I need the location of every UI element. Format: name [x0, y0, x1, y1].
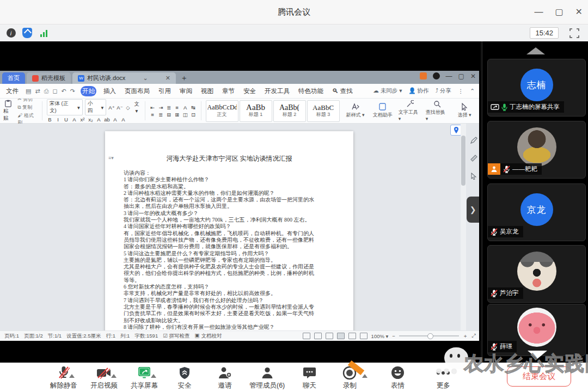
participant-tile[interactable]: ——耙耙	[487, 121, 586, 179]
font-format-button[interactable]: x₂	[88, 117, 94, 122]
paragraph-tool-icon[interactable]: ⊞	[174, 112, 180, 118]
proofread-toggle[interactable]: ▣ 文档校对	[194, 333, 222, 340]
view-ink-icon[interactable]	[326, 333, 333, 339]
wps-maximize-button[interactable]: ▢	[458, 73, 464, 79]
paragraph-tool-icon[interactable]: ⊟	[166, 112, 172, 118]
network-signal-icon[interactable]	[38, 29, 49, 37]
paragraph-tool-icon[interactable]: ≡	[150, 112, 156, 118]
wps-home-tab[interactable]: 首页	[2, 72, 25, 84]
select-button[interactable]: 选择 ▾	[453, 100, 476, 122]
font-format-button[interactable]: U	[63, 117, 69, 122]
unmute-button[interactable]: 解除静音	[48, 363, 79, 390]
paragraph-tool-icon[interactable]: ◫	[182, 112, 188, 118]
share-screen-button[interactable]: 共享屏幕	[128, 363, 160, 390]
wps-document-tab[interactable]: W 村民访谈.docx ⌄ ✕	[72, 72, 176, 84]
view-book-icon[interactable]	[314, 333, 322, 339]
paragraph-tool-icon[interactable]: A	[182, 105, 188, 111]
meeting-info-icon[interactable]: i	[5, 28, 16, 39]
paragraph-tool-icon[interactable]: ⇤	[150, 105, 156, 111]
copy-button[interactable]: ⧉ 复制	[17, 104, 38, 111]
participant-tile[interactable]: 芦治宇	[487, 245, 586, 303]
text-effects-icon[interactable]: 文▾	[133, 101, 140, 114]
mic-options-caret[interactable]	[69, 374, 75, 378]
wps-templates-tab[interactable]: 稻壳模板	[27, 72, 71, 84]
document-scrollbar[interactable]	[461, 124, 466, 330]
maximize-button[interactable]: ▢	[555, 8, 563, 16]
zoom-slider[interactable]	[399, 335, 459, 336]
style-chip-normal[interactable]: AaBbCcDd 正文	[206, 100, 238, 122]
style-chip-h3[interactable]: AaBbC 标题 3	[307, 100, 340, 122]
ruler-icon[interactable]	[470, 155, 477, 162]
wps-close-button[interactable]: ✕	[470, 73, 476, 79]
tab-close-icon[interactable]: ✕	[166, 75, 170, 82]
menu-tab[interactable]: 引用	[157, 86, 173, 96]
wps-minimize-button[interactable]: —	[446, 73, 452, 79]
style-chip-h2[interactable]: AaBb( 标题 2	[273, 100, 306, 122]
scroll-up-arrow[interactable]	[526, 47, 545, 54]
manage-members-button[interactable]: 管理成员(6)	[249, 363, 285, 390]
font-format-button[interactable]: B	[47, 117, 53, 122]
clear-format-icon[interactable]: ◇	[125, 105, 131, 111]
font-format-button[interactable]: I	[55, 117, 61, 122]
meeting-security-shield-icon[interactable]	[22, 28, 33, 39]
file-menu[interactable]: 文件	[4, 86, 20, 96]
chat-button[interactable]: 聊天	[293, 363, 325, 390]
new-style-button[interactable]: 新样式 ▾	[344, 100, 367, 122]
participant-tile[interactable]: 薛璟	[487, 304, 586, 356]
collaborate-button[interactable]: 👤 协作	[408, 87, 428, 95]
participant-tile-sharer[interactable]: 志楠 丁志楠的屏幕共享	[487, 59, 586, 117]
font-size-select[interactable]: 小四▾	[85, 99, 107, 115]
record-options-caret[interactable]	[362, 374, 367, 378]
menu-tab[interactable]: 开发工具	[263, 86, 291, 96]
sync-status[interactable]: ☁ 未同步 ▾	[373, 87, 402, 95]
document-page[interactable]: ≡▾ 河海大学赴天津市宁河区 实地访谈情况汇报 访谈内容：1 请问你们家乡主要种…	[105, 131, 353, 330]
invite-button[interactable]: 邀请	[209, 363, 241, 390]
fullscreen-icon[interactable]	[569, 28, 579, 38]
wps-account-icon[interactable]	[433, 72, 440, 79]
paragraph-tool-icon[interactable]: ↹	[191, 105, 197, 111]
more-menu-icon[interactable]: ⋮	[458, 88, 464, 94]
sidebar-expander-chevron[interactable]: ❯	[467, 197, 479, 223]
paste-button[interactable]: 粘贴	[3, 100, 13, 122]
doc-assistant-button[interactable]: 文档助手	[371, 100, 394, 122]
font-format-button[interactable]: A	[96, 117, 102, 122]
wps-vip-icon[interactable]	[420, 72, 427, 79]
quick-access-toolbar[interactable]: ▤⇄ ⎙◻ ↶↷	[26, 88, 75, 95]
fit-page-icon[interactable]: ⤢	[471, 333, 476, 339]
collapse-ribbon-icon[interactable]: ⌃	[470, 88, 475, 94]
zoom-in-icon[interactable]: ＋	[463, 333, 468, 340]
view-print-layout-icon[interactable]	[337, 333, 345, 339]
start-video-button[interactable]: 开启视频	[88, 363, 120, 390]
close-button[interactable]: ✕	[575, 8, 583, 16]
font-format-button[interactable]: A	[71, 117, 77, 122]
end-meeting-button[interactable]: 结束会议	[507, 366, 571, 387]
scroll-down-arrow[interactable]	[528, 351, 547, 359]
menu-tab[interactable]: 特色功能	[297, 86, 325, 96]
menu-tab-start[interactable]: 开始	[81, 86, 96, 96]
zoom-out-icon[interactable]: −	[392, 333, 395, 339]
outline-handle-icon[interactable]: ≡▾	[108, 155, 114, 161]
view-fullscreen-icon[interactable]	[303, 333, 310, 339]
participant-tile[interactable]: 京龙 吴京龙	[487, 183, 586, 241]
shrink-font-icon[interactable]: A⁻	[117, 105, 122, 111]
share-options-caret[interactable]	[151, 374, 156, 378]
share-button[interactable]: ⤴ 分享	[436, 87, 451, 95]
font-name-select[interactable]: 宋体 (正文)▾	[47, 99, 83, 115]
paragraph-tool-icon[interactable]: ≣	[158, 112, 164, 118]
font-format-button[interactable]: ab	[104, 117, 110, 122]
new-tab-button[interactable]: ＋	[180, 72, 188, 84]
font-format-button[interactable]: x²	[79, 117, 85, 122]
menu-tab[interactable]: 审阅	[178, 86, 194, 96]
security-button[interactable]: 安全	[169, 363, 200, 390]
style-chip-h1[interactable]: AaBb 标题 1	[240, 100, 272, 122]
zoom-level[interactable]: 100% ▾	[371, 333, 389, 339]
menu-tab[interactable]: 章节	[220, 86, 236, 96]
video-options-caret[interactable]	[111, 374, 117, 378]
grow-font-icon[interactable]: A⁺	[108, 105, 114, 111]
spellcheck-toggle[interactable]: ☑ 拼写检查	[163, 333, 189, 340]
ink-pen-icon[interactable]	[470, 137, 477, 144]
menu-tab[interactable]: 安全	[242, 86, 258, 96]
scrollbar-thumb[interactable]	[461, 136, 465, 186]
paragraph-tool-icon[interactable]: ⇥	[158, 105, 164, 111]
minimize-button[interactable]: —	[534, 8, 543, 16]
